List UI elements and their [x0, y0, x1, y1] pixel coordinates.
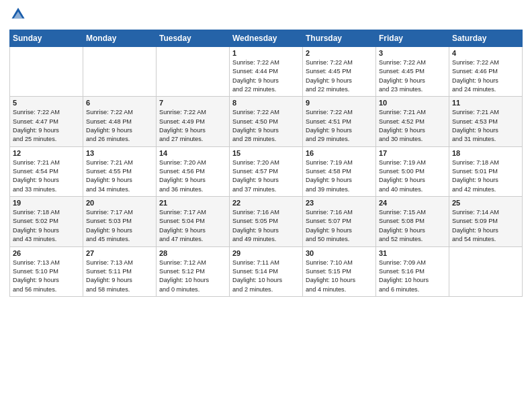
day-info: Sunrise: 7:22 AMSunset: 4:48 PMDaylight:…: [86, 108, 153, 144]
day-info: Sunrise: 7:11 AMSunset: 5:14 PMDaylight:…: [232, 259, 300, 294]
day-info: Sunrise: 7:19 AMSunset: 4:58 PMDaylight:…: [306, 158, 373, 194]
day-info: Sunrise: 7:18 AMSunset: 5:02 PMDaylight:…: [13, 208, 80, 244]
day-number: 20: [86, 199, 153, 207]
day-number: 8: [232, 99, 300, 107]
day-number: 19: [13, 199, 80, 207]
calendar-cell: 20Sunrise: 7:17 AMSunset: 5:03 PMDayligh…: [83, 197, 157, 246]
calendar-cell: 31Sunrise: 7:09 AMSunset: 5:16 PMDayligh…: [376, 246, 449, 296]
day-info: Sunrise: 7:16 AMSunset: 5:07 PMDaylight:…: [306, 208, 373, 244]
weekday-header-wednesday: Wednesday: [230, 30, 303, 47]
day-number: 18: [452, 149, 519, 157]
calendar-cell: 11Sunrise: 7:21 AMSunset: 4:53 PMDayligh…: [449, 97, 523, 146]
calendar-cell: 19Sunrise: 7:18 AMSunset: 5:02 PMDayligh…: [10, 197, 83, 246]
day-number: 1: [232, 49, 300, 57]
calendar-cell: 27Sunrise: 7:13 AMSunset: 5:11 PMDayligh…: [83, 246, 157, 296]
day-number: 23: [306, 199, 373, 207]
calendar-cell: 1Sunrise: 7:22 AMSunset: 4:44 PMDaylight…: [230, 47, 303, 97]
day-number: 15: [232, 149, 300, 157]
calendar-table: SundayMondayTuesdayWednesdayThursdayFrid…: [9, 30, 523, 297]
day-info: Sunrise: 7:22 AMSunset: 4:45 PMDaylight:…: [306, 58, 373, 94]
day-number: 29: [232, 249, 300, 257]
day-info: Sunrise: 7:14 AMSunset: 5:09 PMDaylight:…: [452, 208, 519, 244]
calendar-cell: 21Sunrise: 7:17 AMSunset: 5:04 PMDayligh…: [157, 197, 230, 246]
day-number: 27: [86, 249, 153, 257]
day-info: Sunrise: 7:22 AMSunset: 4:47 PMDaylight:…: [13, 108, 80, 144]
calendar-cell: [157, 47, 230, 97]
calendar-cell: 3Sunrise: 7:22 AMSunset: 4:45 PMDaylight…: [376, 47, 449, 97]
calendar-row-5: 26Sunrise: 7:13 AMSunset: 5:10 PMDayligh…: [10, 246, 523, 296]
calendar-cell: [83, 47, 157, 97]
day-number: 14: [159, 149, 226, 157]
day-number: 31: [379, 249, 446, 257]
day-number: 9: [306, 99, 373, 107]
calendar-cell: [449, 246, 523, 296]
calendar-row-4: 19Sunrise: 7:18 AMSunset: 5:02 PMDayligh…: [10, 197, 523, 246]
calendar-cell: 13Sunrise: 7:21 AMSunset: 4:55 PMDayligh…: [83, 146, 157, 196]
calendar-row-1: 1Sunrise: 7:22 AMSunset: 4:44 PMDaylight…: [10, 47, 523, 97]
day-info: Sunrise: 7:21 AMSunset: 4:53 PMDaylight:…: [452, 108, 519, 144]
logo-icon: [11, 7, 26, 21]
day-info: Sunrise: 7:18 AMSunset: 5:01 PMDaylight:…: [452, 158, 519, 194]
day-info: Sunrise: 7:12 AMSunset: 5:12 PMDaylight:…: [159, 259, 226, 294]
day-number: 26: [13, 249, 80, 257]
weekday-header-row: SundayMondayTuesdayWednesdayThursdayFrid…: [10, 30, 523, 47]
calendar-cell: 8Sunrise: 7:22 AMSunset: 4:50 PMDaylight…: [230, 97, 303, 146]
calendar-cell: 15Sunrise: 7:20 AMSunset: 4:57 PMDayligh…: [230, 146, 303, 196]
day-info: Sunrise: 7:17 AMSunset: 5:04 PMDaylight:…: [159, 208, 226, 244]
calendar-cell: 4Sunrise: 7:22 AMSunset: 4:46 PMDaylight…: [449, 47, 523, 97]
day-number: 6: [86, 99, 153, 107]
day-info: Sunrise: 7:15 AMSunset: 5:08 PMDaylight:…: [379, 208, 446, 244]
calendar-cell: 18Sunrise: 7:18 AMSunset: 5:01 PMDayligh…: [449, 146, 523, 196]
day-info: Sunrise: 7:09 AMSunset: 5:16 PMDaylight:…: [379, 259, 446, 294]
day-info: Sunrise: 7:22 AMSunset: 4:46 PMDaylight:…: [452, 58, 519, 94]
day-number: 28: [159, 249, 226, 257]
calendar-cell: 24Sunrise: 7:15 AMSunset: 5:08 PMDayligh…: [376, 197, 449, 246]
calendar-cell: 28Sunrise: 7:12 AMSunset: 5:12 PMDayligh…: [157, 246, 230, 296]
calendar-cell: 30Sunrise: 7:10 AMSunset: 5:15 PMDayligh…: [303, 246, 376, 296]
calendar-cell: 7Sunrise: 7:22 AMSunset: 4:49 PMDaylight…: [157, 97, 230, 146]
weekday-header-friday: Friday: [376, 30, 449, 47]
day-number: 2: [306, 49, 373, 57]
logo: [9, 7, 27, 24]
day-number: 3: [379, 49, 446, 57]
day-info: Sunrise: 7:21 AMSunset: 4:54 PMDaylight:…: [13, 158, 80, 194]
calendar-cell: 5Sunrise: 7:22 AMSunset: 4:47 PMDaylight…: [10, 97, 83, 146]
day-number: 12: [13, 149, 80, 157]
weekday-header-tuesday: Tuesday: [157, 30, 230, 47]
day-number: 22: [232, 199, 300, 207]
day-info: Sunrise: 7:21 AMSunset: 4:55 PMDaylight:…: [86, 158, 153, 194]
day-info: Sunrise: 7:13 AMSunset: 5:10 PMDaylight:…: [13, 259, 80, 294]
day-info: Sunrise: 7:21 AMSunset: 4:52 PMDaylight:…: [379, 108, 446, 144]
day-info: Sunrise: 7:22 AMSunset: 4:49 PMDaylight:…: [159, 108, 226, 144]
day-info: Sunrise: 7:13 AMSunset: 5:11 PMDaylight:…: [86, 259, 153, 294]
calendar-cell: 23Sunrise: 7:16 AMSunset: 5:07 PMDayligh…: [303, 197, 376, 246]
calendar-cell: 16Sunrise: 7:19 AMSunset: 4:58 PMDayligh…: [303, 146, 376, 196]
calendar-cell: 17Sunrise: 7:19 AMSunset: 5:00 PMDayligh…: [376, 146, 449, 196]
day-number: 7: [159, 99, 226, 107]
day-number: 13: [86, 149, 153, 157]
calendar-row-3: 12Sunrise: 7:21 AMSunset: 4:54 PMDayligh…: [10, 146, 523, 196]
calendar-cell: 14Sunrise: 7:20 AMSunset: 4:56 PMDayligh…: [157, 146, 230, 196]
day-info: Sunrise: 7:16 AMSunset: 5:05 PMDaylight:…: [232, 208, 300, 244]
calendar-cell: 25Sunrise: 7:14 AMSunset: 5:09 PMDayligh…: [449, 197, 523, 246]
calendar-cell: 6Sunrise: 7:22 AMSunset: 4:48 PMDaylight…: [83, 97, 157, 146]
weekday-header-thursday: Thursday: [303, 30, 376, 47]
calendar-cell: 22Sunrise: 7:16 AMSunset: 5:05 PMDayligh…: [230, 197, 303, 246]
day-number: 16: [306, 149, 373, 157]
day-info: Sunrise: 7:10 AMSunset: 5:15 PMDaylight:…: [306, 259, 373, 294]
day-info: Sunrise: 7:19 AMSunset: 5:00 PMDaylight:…: [379, 158, 446, 194]
day-number: 24: [379, 199, 446, 207]
calendar-cell: 2Sunrise: 7:22 AMSunset: 4:45 PMDaylight…: [303, 47, 376, 97]
calendar-cell: 26Sunrise: 7:13 AMSunset: 5:10 PMDayligh…: [10, 246, 83, 296]
calendar-cell: 9Sunrise: 7:22 AMSunset: 4:51 PMDaylight…: [303, 97, 376, 146]
calendar-cell: 29Sunrise: 7:11 AMSunset: 5:14 PMDayligh…: [230, 246, 303, 296]
day-number: 4: [452, 49, 519, 57]
day-number: 25: [452, 199, 519, 207]
day-info: Sunrise: 7:17 AMSunset: 5:03 PMDaylight:…: [86, 208, 153, 244]
weekday-header-sunday: Sunday: [10, 30, 83, 47]
day-info: Sunrise: 7:22 AMSunset: 4:44 PMDaylight:…: [232, 58, 300, 94]
day-info: Sunrise: 7:22 AMSunset: 4:50 PMDaylight:…: [232, 108, 300, 144]
day-info: Sunrise: 7:22 AMSunset: 4:45 PMDaylight:…: [379, 58, 446, 94]
day-number: 5: [13, 99, 80, 107]
day-number: 30: [306, 249, 373, 257]
